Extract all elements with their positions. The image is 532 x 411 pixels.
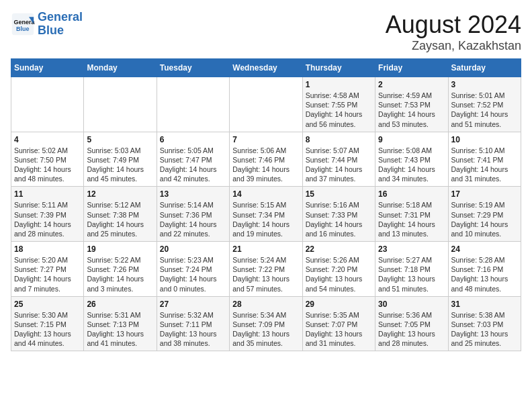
calendar-cell — [11, 77, 84, 132]
day-number: 3 — [451, 80, 518, 89]
calendar-cell: 2Sunrise: 4:59 AM Sunset: 7:53 PM Daylig… — [375, 77, 448, 132]
day-number: 20 — [160, 244, 226, 254]
page-header: General Blue GeneralBlue August 2024 Zay… — [11, 11, 521, 53]
calendar-week-4: 18Sunrise: 5:20 AM Sunset: 7:27 PM Dayli… — [11, 242, 521, 297]
day-header-thursday: Thursday — [302, 59, 375, 77]
day-info: Sunrise: 5:28 AM Sunset: 7:16 PM Dayligh… — [451, 255, 518, 293]
calendar-cell: 18Sunrise: 5:20 AM Sunset: 7:27 PM Dayli… — [11, 242, 84, 297]
calendar-cell: 22Sunrise: 5:26 AM Sunset: 7:20 PM Dayli… — [302, 242, 375, 297]
calendar-cell: 24Sunrise: 5:28 AM Sunset: 7:16 PM Dayli… — [448, 242, 521, 297]
calendar-cell: 1Sunrise: 4:58 AM Sunset: 7:55 PM Daylig… — [302, 77, 375, 132]
day-info: Sunrise: 5:32 AM Sunset: 7:11 PM Dayligh… — [160, 310, 226, 349]
day-number: 22 — [306, 244, 372, 254]
calendar-cell: 8Sunrise: 5:07 AM Sunset: 7:44 PM Daylig… — [302, 132, 375, 187]
day-header-tuesday: Tuesday — [157, 59, 229, 77]
day-number: 23 — [378, 244, 445, 254]
calendar-cell: 29Sunrise: 5:35 AM Sunset: 7:07 PM Dayli… — [302, 296, 375, 351]
day-number: 17 — [451, 189, 518, 199]
logo-text: GeneralBlue — [38, 11, 83, 38]
day-number: 10 — [451, 135, 518, 144]
day-number: 27 — [160, 300, 226, 309]
day-info: Sunrise: 5:15 AM Sunset: 7:34 PM Dayligh… — [232, 200, 299, 238]
day-number: 18 — [14, 244, 81, 254]
day-number: 21 — [232, 244, 299, 254]
calendar-week-5: 25Sunrise: 5:30 AM Sunset: 7:15 PM Dayli… — [11, 296, 521, 351]
day-info: Sunrise: 5:24 AM Sunset: 7:22 PM Dayligh… — [232, 255, 299, 293]
day-info: Sunrise: 5:07 AM Sunset: 7:44 PM Dayligh… — [306, 146, 372, 184]
day-number: 29 — [306, 300, 372, 309]
day-info: Sunrise: 5:19 AM Sunset: 7:29 PM Dayligh… — [451, 200, 518, 238]
day-number: 4 — [14, 135, 81, 144]
calendar-cell: 28Sunrise: 5:34 AM Sunset: 7:09 PM Dayli… — [230, 296, 302, 351]
calendar-cell: 30Sunrise: 5:36 AM Sunset: 7:05 PM Dayli… — [375, 296, 448, 351]
calendar-cell: 17Sunrise: 5:19 AM Sunset: 7:29 PM Dayli… — [448, 187, 521, 242]
calendar-table: SundayMondayTuesdayWednesdayThursdayFrid… — [11, 58, 521, 351]
day-header-sunday: Sunday — [11, 59, 84, 77]
calendar-week-3: 11Sunrise: 5:11 AM Sunset: 7:39 PM Dayli… — [11, 187, 521, 242]
day-info: Sunrise: 5:12 AM Sunset: 7:38 PM Dayligh… — [87, 200, 153, 238]
calendar-cell: 7Sunrise: 5:06 AM Sunset: 7:46 PM Daylig… — [230, 132, 302, 187]
day-info: Sunrise: 5:20 AM Sunset: 7:27 PM Dayligh… — [14, 255, 81, 293]
day-number: 31 — [451, 300, 518, 309]
day-number: 25 — [14, 300, 81, 309]
day-info: Sunrise: 5:03 AM Sunset: 7:49 PM Dayligh… — [87, 146, 153, 184]
calendar-cell: 20Sunrise: 5:23 AM Sunset: 7:24 PM Dayli… — [157, 242, 229, 297]
day-info: Sunrise: 4:59 AM Sunset: 7:53 PM Dayligh… — [378, 91, 445, 129]
day-info: Sunrise: 5:22 AM Sunset: 7:26 PM Dayligh… — [87, 255, 153, 293]
calendar-cell: 13Sunrise: 5:14 AM Sunset: 7:36 PM Dayli… — [157, 187, 229, 242]
day-info: Sunrise: 5:35 AM Sunset: 7:07 PM Dayligh… — [306, 310, 372, 349]
day-info: Sunrise: 5:01 AM Sunset: 7:52 PM Dayligh… — [451, 91, 518, 129]
calendar-cell — [230, 77, 302, 132]
day-number: 15 — [306, 189, 372, 199]
day-info: Sunrise: 5:34 AM Sunset: 7:09 PM Dayligh… — [232, 310, 299, 349]
day-header-saturday: Saturday — [448, 59, 521, 77]
calendar-cell: 31Sunrise: 5:38 AM Sunset: 7:03 PM Dayli… — [448, 296, 521, 351]
day-number: 13 — [160, 189, 226, 199]
day-number: 11 — [14, 189, 81, 199]
day-number: 26 — [87, 300, 153, 309]
calendar-cell: 14Sunrise: 5:15 AM Sunset: 7:34 PM Dayli… — [230, 187, 302, 242]
svg-text:Blue: Blue — [16, 26, 30, 32]
day-number: 8 — [306, 135, 372, 144]
calendar-cell: 26Sunrise: 5:31 AM Sunset: 7:13 PM Dayli… — [84, 296, 157, 351]
calendar-cell: 10Sunrise: 5:10 AM Sunset: 7:41 PM Dayli… — [448, 132, 521, 187]
day-info: Sunrise: 5:23 AM Sunset: 7:24 PM Dayligh… — [160, 255, 226, 293]
day-info: Sunrise: 5:02 AM Sunset: 7:50 PM Dayligh… — [14, 146, 81, 184]
day-number: 24 — [451, 244, 518, 254]
day-number: 7 — [232, 135, 299, 144]
calendar-cell: 23Sunrise: 5:27 AM Sunset: 7:18 PM Dayli… — [375, 242, 448, 297]
day-number: 2 — [378, 80, 445, 89]
calendar-week-2: 4Sunrise: 5:02 AM Sunset: 7:50 PM Daylig… — [11, 132, 521, 187]
day-info: Sunrise: 4:58 AM Sunset: 7:55 PM Dayligh… — [306, 91, 372, 129]
calendar-cell — [157, 77, 229, 132]
page-title: August 2024 — [386, 11, 521, 39]
day-number: 6 — [160, 135, 226, 144]
calendar-cell: 4Sunrise: 5:02 AM Sunset: 7:50 PM Daylig… — [11, 132, 84, 187]
calendar-week-1: 1Sunrise: 4:58 AM Sunset: 7:55 PM Daylig… — [11, 77, 521, 132]
day-info: Sunrise: 5:26 AM Sunset: 7:20 PM Dayligh… — [306, 255, 372, 293]
day-info: Sunrise: 5:30 AM Sunset: 7:15 PM Dayligh… — [14, 310, 81, 349]
calendar-cell — [84, 77, 157, 132]
day-header-wednesday: Wednesday — [230, 59, 302, 77]
day-info: Sunrise: 5:08 AM Sunset: 7:43 PM Dayligh… — [378, 146, 445, 184]
day-info: Sunrise: 5:36 AM Sunset: 7:05 PM Dayligh… — [378, 310, 445, 349]
day-info: Sunrise: 5:31 AM Sunset: 7:13 PM Dayligh… — [87, 310, 153, 349]
calendar-cell: 5Sunrise: 5:03 AM Sunset: 7:49 PM Daylig… — [84, 132, 157, 187]
page-subtitle: Zaysan, Kazakhstan — [386, 39, 521, 53]
logo: General Blue GeneralBlue — [11, 11, 83, 38]
title-block: August 2024 Zaysan, Kazakhstan — [386, 11, 521, 53]
day-number: 16 — [378, 189, 445, 199]
day-number: 30 — [378, 300, 445, 309]
calendar-cell: 19Sunrise: 5:22 AM Sunset: 7:26 PM Dayli… — [84, 242, 157, 297]
calendar-body: 1Sunrise: 4:58 AM Sunset: 7:55 PM Daylig… — [11, 77, 521, 351]
day-info: Sunrise: 5:16 AM Sunset: 7:33 PM Dayligh… — [306, 200, 372, 238]
calendar-cell: 12Sunrise: 5:12 AM Sunset: 7:38 PM Dayli… — [84, 187, 157, 242]
day-header-monday: Monday — [84, 59, 157, 77]
day-number: 1 — [306, 80, 372, 89]
day-info: Sunrise: 5:18 AM Sunset: 7:31 PM Dayligh… — [378, 200, 445, 238]
day-number: 19 — [87, 244, 153, 254]
day-number: 14 — [232, 189, 299, 199]
logo-icon: General Blue — [11, 12, 35, 36]
calendar-cell: 11Sunrise: 5:11 AM Sunset: 7:39 PM Dayli… — [11, 187, 84, 242]
day-number: 9 — [378, 135, 445, 144]
